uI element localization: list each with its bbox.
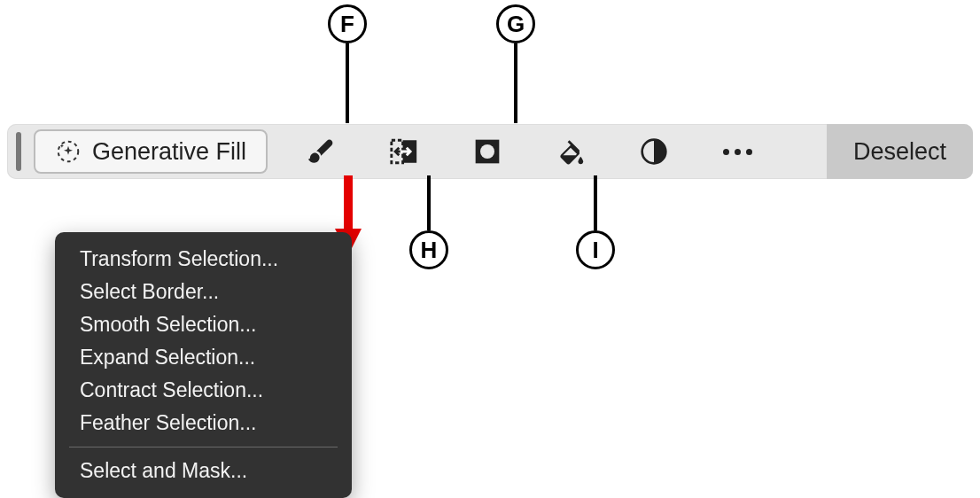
contextual-task-bar: Generative Fill (7, 124, 973, 179)
adjustment-icon[interactable] (638, 136, 670, 167)
deselect-label: Deselect (853, 138, 946, 166)
more-dots-icon (723, 149, 752, 155)
callout-f: F (328, 4, 367, 123)
callout-h: H (409, 175, 448, 269)
callout-i-circle: I (576, 230, 615, 269)
svg-point-4 (480, 144, 494, 159)
callout-f-circle: F (328, 4, 367, 43)
deselect-button[interactable]: Deselect (827, 124, 973, 179)
generative-fill-label: Generative Fill (92, 138, 246, 166)
callout-g-line (514, 43, 517, 123)
menu-item-contract-selection[interactable]: Contract Selection... (55, 374, 352, 407)
mask-icon[interactable] (471, 136, 503, 167)
callout-i: I (576, 175, 615, 269)
svg-rect-6 (344, 175, 353, 230)
more-icon[interactable] (721, 136, 753, 167)
brush-icon[interactable] (305, 136, 337, 167)
menu-item-feather-selection[interactable]: Feather Selection... (55, 407, 352, 440)
callout-f-line (346, 43, 349, 123)
menu-item-transform-selection[interactable]: Transform Selection... (55, 243, 352, 276)
toolbar-grip[interactable] (16, 132, 21, 171)
selection-modify-menu: Transform Selection... Select Border... … (55, 232, 352, 498)
callout-h-circle: H (409, 230, 448, 269)
menu-separator (69, 447, 338, 447)
generative-fill-button[interactable]: Generative Fill (34, 129, 268, 174)
callout-h-line (427, 175, 431, 230)
menu-item-smooth-selection[interactable]: Smooth Selection... (55, 308, 352, 341)
callout-g: G (496, 4, 535, 123)
menu-item-select-and-mask[interactable]: Select and Mask... (55, 455, 352, 487)
sparkle-selection-icon (55, 138, 82, 165)
callout-i-line (594, 175, 597, 230)
toolbar-icons-group (305, 136, 753, 167)
menu-item-select-border[interactable]: Select Border... (55, 276, 352, 308)
menu-item-expand-selection[interactable]: Expand Selection... (55, 341, 352, 374)
callout-g-circle: G (496, 4, 535, 43)
paint-bucket-icon[interactable] (555, 136, 587, 167)
transform-selection-icon[interactable] (388, 136, 420, 167)
